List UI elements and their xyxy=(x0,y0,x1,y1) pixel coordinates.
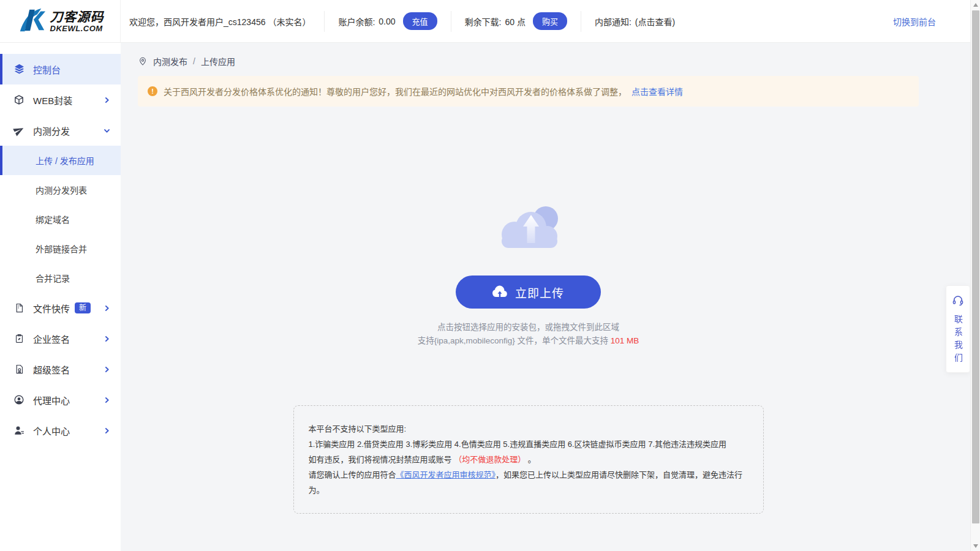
chevron-right-icon xyxy=(103,304,111,312)
sidebar-item-label: 控制台 xyxy=(33,63,61,76)
upload-hint-line2-text: 支持{ipa,apk,mobileconfig} 文件，单个文件最大支持 xyxy=(418,336,611,345)
contact-us-widget[interactable]: 联系我们 xyxy=(946,285,970,373)
unsupported-apps-notice: 本平台不支持以下类型应用: 1.诈骗类应用 2.借贷类应用 3.博彩类应用 4.… xyxy=(293,405,764,514)
sidebar-item-distribution[interactable]: 内测分发 xyxy=(0,115,121,146)
rules-line1: 本平台不支持以下类型应用: xyxy=(309,421,748,437)
sidebar-item-label: 内测分发 xyxy=(33,124,70,137)
sidebar: 控制台 WEB封装 内测分发 上传 / 发布应用 内测分发列表 绑定域名 xyxy=(0,43,121,551)
upload-drop-zone[interactable]: 立即上传 点击按钮选择应用的安装包，或拖拽文件到此区域 支持{ipa,apk,m… xyxy=(138,107,919,514)
upload-hint-line2: 支持{ipa,apk,mobileconfig} 文件，单个文件最大支持 101… xyxy=(138,334,919,348)
banner-details-link[interactable]: 点击查看详情 xyxy=(631,85,683,97)
sidebar-subitem-distribution-list[interactable]: 内测分发列表 xyxy=(0,175,121,204)
sidebar-item-label: 超级签名 xyxy=(33,363,70,376)
chevron-right-icon xyxy=(103,427,111,435)
clipboard-sign-icon xyxy=(12,333,26,344)
breadcrumb-section[interactable]: 内测发布 xyxy=(153,55,187,67)
cloud-upload-icon xyxy=(492,285,507,299)
sidebar-subitem-label: 合并记录 xyxy=(36,272,70,284)
zip-file-icon xyxy=(12,302,26,313)
breadcrumb: 内测发布 / 上传应用 xyxy=(138,55,919,67)
sidebar-item-label: 代理中心 xyxy=(33,394,70,407)
paper-plane-icon xyxy=(12,125,26,136)
breadcrumb-separator: / xyxy=(193,56,195,66)
max-size-value: 101 MB xyxy=(611,336,639,345)
divider xyxy=(581,11,581,32)
package-icon xyxy=(12,94,26,105)
agent-icon xyxy=(12,394,26,405)
upload-hint-line1: 点击按钮选择应用的安装包，或拖拽文件到此区域 xyxy=(138,321,919,334)
sidebar-item-enterprise-sign[interactable]: 企业签名 xyxy=(0,323,121,354)
sidebar-subitem-bind-domain[interactable]: 绑定域名 xyxy=(0,204,121,234)
rules-line3-suffix: 。 xyxy=(526,455,536,464)
sidebar-subitem-label: 上传 / 发布应用 xyxy=(36,154,94,167)
balance-value: 0.00 xyxy=(379,17,395,26)
sidebar-subitem-upload-app[interactable]: 上传 / 发布应用 xyxy=(0,146,121,175)
sidebar-subitem-label: 外部链接合并 xyxy=(36,242,87,255)
downloads-value: 60 点 xyxy=(505,15,525,28)
cloud-upload-illustration-icon xyxy=(494,203,563,260)
logo[interactable]: 刀客源码 DKEWL.COM xyxy=(0,0,121,42)
downloads-label: 剩余下载: xyxy=(465,15,502,28)
chevron-down-icon xyxy=(103,127,111,135)
sidebar-subitem-label: 绑定域名 xyxy=(36,213,70,225)
dkewl-logo-icon xyxy=(17,6,47,37)
sidebar-item-file-transfer[interactable]: 文件快传 新 xyxy=(0,293,121,323)
rules-line2: 1.诈骗类应用 2.借贷类应用 3.博彩类应用 4.色情类应用 5.违规直播类应… xyxy=(309,437,748,452)
notice-label: 内部通知: xyxy=(595,15,631,28)
rules-line4: 请您确认上传的应用符合《西风开发者应用审核规范》，如果您已上传以上类型应用请尽快… xyxy=(309,467,748,498)
headset-icon xyxy=(952,294,964,309)
sidebar-item-web-pack[interactable]: WEB封装 xyxy=(0,84,121,115)
rules-line3: 如有违反，我们将视情况封禁应用或账号 （均不做退款处理） 。 xyxy=(309,452,748,467)
sidebar-item-label: 企业签名 xyxy=(33,332,70,345)
layers-icon xyxy=(12,63,26,75)
buy-button[interactable]: 购买 xyxy=(533,12,567,30)
welcome-text: 欢迎您，西风开发者用户_cs123456 （未实名） xyxy=(129,15,311,28)
logo-title: 刀客源码 xyxy=(50,10,104,23)
notice-view-link[interactable]: (点击查看) xyxy=(635,15,675,28)
sidebar-subitem-label: 内测分发列表 xyxy=(36,184,87,196)
upload-now-button[interactable]: 立即上传 xyxy=(456,276,601,309)
banner-text: 关于西风开发者分发价格体系优化的通知！尊敬的用户您好，我们在最近的网站优化中对西… xyxy=(164,85,627,97)
sidebar-subitem-merge-records[interactable]: 合并记录 xyxy=(0,263,121,293)
vertical-scrollbar[interactable] xyxy=(970,0,980,551)
chevron-right-icon xyxy=(103,396,111,404)
warning-icon: ! xyxy=(148,86,157,96)
sidebar-item-dashboard[interactable]: 控制台 xyxy=(0,54,121,84)
recharge-button[interactable]: 充值 xyxy=(403,12,437,30)
new-badge: 新 xyxy=(75,302,91,313)
sidebar-item-personal-center[interactable]: 个人中心 xyxy=(0,415,121,446)
review-spec-link[interactable]: 《西风开发者应用审核规范》 xyxy=(396,470,496,479)
sidebar-item-super-sign[interactable]: 超级签名 xyxy=(0,354,121,384)
sidebar-item-label: 个人中心 xyxy=(33,424,70,437)
upload-now-label: 立即上传 xyxy=(515,284,564,301)
sidebar-item-label: WEB封装 xyxy=(33,94,72,107)
rules-line3-prefix: 如有违反，我们将视情况封禁应用或账号 xyxy=(309,455,454,464)
divider xyxy=(324,11,325,32)
map-pin-icon xyxy=(138,56,148,66)
main-content: 内测发布 / 上传应用 ! 关于西风开发者分发价格体系优化的通知！尊敬的用户您好… xyxy=(121,43,970,551)
breadcrumb-page: 上传应用 xyxy=(201,55,235,67)
contact-us-label: 联系我们 xyxy=(954,315,962,366)
notice-banner: ! 关于西风开发者分发价格体系优化的通知！尊敬的用户您好，我们在最近的网站优化中… xyxy=(138,76,919,107)
chevron-right-icon xyxy=(103,365,111,373)
rules-line4-prefix: 请您确认上传的应用符合 xyxy=(309,470,396,479)
top-bar: 刀客源码 DKEWL.COM 欢迎您，西风开发者用户_cs123456 （未实名… xyxy=(0,0,970,43)
sidebar-subitem-external-link-merge[interactable]: 外部链接合并 xyxy=(0,234,121,263)
sidebar-item-label: 文件快传 xyxy=(33,302,70,315)
user-icon xyxy=(12,425,26,436)
scrollbar-thumb[interactable] xyxy=(972,10,979,523)
switch-to-front-link[interactable]: 切换到前台 xyxy=(893,15,936,28)
chevron-right-icon xyxy=(103,335,111,343)
scrollbar-up-arrow[interactable] xyxy=(971,0,980,10)
certificate-icon xyxy=(12,364,26,375)
logo-subtitle: DKEWL.COM xyxy=(50,24,104,32)
no-refund-text: （均不做退款处理） xyxy=(454,455,526,464)
balance-label: 账户余额: xyxy=(338,15,375,28)
scrollbar-down-arrow[interactable] xyxy=(971,541,980,551)
sidebar-item-agent-center[interactable]: 代理中心 xyxy=(0,384,121,415)
divider xyxy=(451,11,451,32)
chevron-right-icon xyxy=(103,96,111,104)
